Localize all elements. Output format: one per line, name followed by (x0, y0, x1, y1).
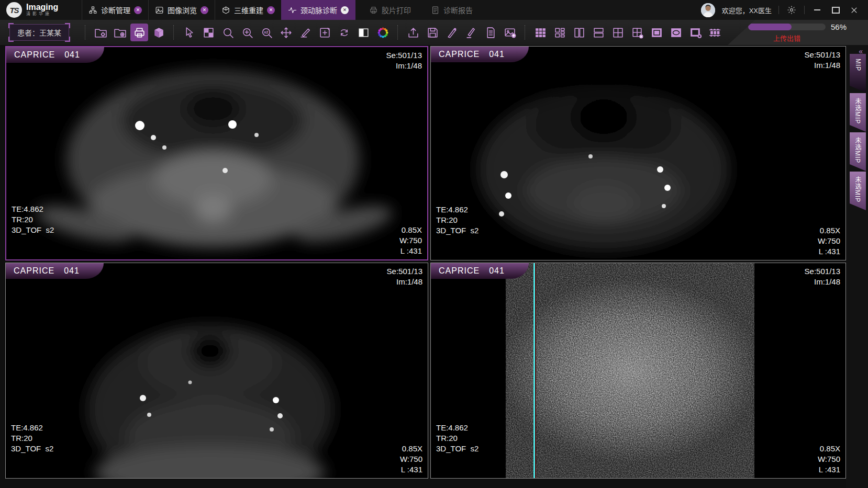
series-info: Se:501/13Im:1/48 (387, 266, 422, 287)
corner-bracket (65, 23, 70, 28)
viewport-2[interactable]: CAPRICE041 Se:501/13Im:1/48 TE:4.862TR:2… (430, 46, 846, 260)
shape-ellipse-icon (670, 26, 683, 39)
measure-button[interactable] (296, 24, 314, 41)
zoom-in-button[interactable] (238, 24, 256, 41)
maximize-button[interactable] (830, 4, 841, 16)
tab-diagnosis-report: 诊断报告 (425, 0, 479, 20)
viewport-4[interactable]: CAPRICE041 Se:501/13Im:1/48 TE:4.862TR:2… (430, 263, 846, 479)
folder-settings-icon (94, 26, 107, 39)
tab-carotid-diagnosis[interactable]: 颈动脉诊断 ✕ (281, 0, 355, 20)
cursor-button[interactable] (180, 24, 198, 41)
app-subtitle: 清影华康 (26, 12, 58, 17)
folder-settings-button[interactable] (92, 24, 109, 41)
image-export-button[interactable] (501, 24, 519, 41)
layout-2col-button[interactable] (570, 24, 588, 41)
printer-icon (369, 6, 378, 15)
close-icon[interactable]: ✕ (267, 6, 275, 14)
tab-3d-reconstruction[interactable]: 三维重建 ✕ (215, 0, 281, 20)
series-info: Se:501/13Im:1/48 (386, 50, 422, 71)
device-name: CAPRICE (439, 50, 480, 59)
svg-text:x2: x2 (264, 30, 268, 35)
image-icon (155, 6, 164, 15)
tab-label: 三维重建 (234, 5, 263, 15)
print-button[interactable] (130, 24, 148, 41)
shape-ellipse-button[interactable] (667, 24, 685, 41)
tab-label: 颈动脉诊断 (301, 5, 337, 15)
viewport-1[interactable]: CAPRICE041 Se:501/13Im:1/48 TE:4.862TR:2… (5, 46, 428, 260)
filmstrip-button[interactable] (706, 24, 724, 41)
sidebar-tab-unselected-mip-3[interactable]: 未选MIP (850, 172, 866, 210)
report-icon (431, 6, 440, 15)
search-button[interactable] (219, 24, 237, 41)
upload-error-text[interactable]: 上传出错 (748, 33, 826, 43)
viewport-3[interactable]: CAPRICE041 Se:501/13Im:1/48 TE:4.862TR:2… (5, 263, 428, 479)
viewport-header: CAPRICE041 (431, 47, 529, 62)
image-export-icon (504, 26, 517, 39)
acquisition-info: TE:4.862TR:203D_TOF s2 (11, 402, 53, 475)
checkerboard-icon (202, 26, 215, 39)
probe-remove-button[interactable] (462, 24, 480, 41)
cursor-icon (183, 26, 196, 39)
contrast-button[interactable] (354, 24, 372, 41)
tab-label: 图像浏览 (168, 5, 197, 15)
tab-image-browse[interactable]: 图像浏览 ✕ (148, 0, 215, 20)
device-name: CAPRICE (439, 266, 480, 275)
close-window-button[interactable] (848, 4, 860, 16)
layout-remove-icon (631, 26, 644, 39)
cube-3d-button[interactable] (150, 24, 168, 41)
sidebar-tab-mip[interactable]: MIP (850, 54, 866, 93)
logo-icon: TS (6, 2, 22, 18)
checkerboard-button[interactable] (199, 24, 217, 41)
layout-tiles-button[interactable] (551, 24, 569, 41)
layout-2x2-button[interactable] (609, 24, 627, 41)
rotate-button[interactable] (335, 24, 353, 41)
shape-rect-button[interactable] (648, 24, 665, 41)
toolbar-separator (397, 25, 398, 40)
shape-rect-remove-button[interactable] (686, 24, 704, 41)
cube-icon (221, 6, 230, 15)
close-icon[interactable]: ✕ (134, 6, 142, 14)
toolbar-separator (85, 25, 86, 40)
folder-add-icon (114, 26, 127, 39)
folder-add-button[interactable] (111, 24, 129, 41)
patient-field[interactable]: 患者：王某某 (9, 24, 69, 41)
report-doc-icon (484, 26, 497, 39)
layout-2row-icon (592, 26, 605, 39)
save-button[interactable] (424, 24, 441, 41)
titlebar: TS Imaging 清影华康 诊断管理 ✕ 图像浏览 ✕ 三维重建 ✕ 颈动脉… (0, 0, 868, 20)
display-info: 0.85XW:750L :431 (818, 225, 840, 257)
roi-add-button[interactable] (316, 24, 333, 41)
probe-remove-icon (465, 26, 478, 39)
tab-diagnosis-management[interactable]: 诊断管理 ✕ (82, 0, 148, 20)
filmstrip-icon (708, 26, 721, 39)
minimize-icon (814, 9, 820, 10)
shape-rect-icon (650, 26, 663, 39)
contrast-icon (357, 26, 370, 39)
user-avatar[interactable] (701, 3, 715, 17)
sidebar-tab-unselected-mip-1[interactable]: 未选MIP (850, 93, 866, 132)
tab-label: 诊断报告 (443, 5, 473, 15)
upload-button[interactable] (404, 24, 422, 41)
shape-rect-remove-icon (689, 26, 702, 39)
sidebar-tab-unselected-mip-2[interactable]: 未选MIP (850, 132, 866, 171)
layout-remove-button[interactable] (628, 24, 646, 41)
viewport-header: CAPRICE041 (431, 263, 529, 279)
probe-button[interactable] (443, 24, 461, 41)
device-number: 041 (489, 266, 505, 275)
close-icon[interactable]: ✕ (201, 6, 208, 14)
settings-gear-icon[interactable] (786, 4, 797, 16)
pan-button[interactable] (277, 24, 295, 41)
device-name: CAPRICE (14, 266, 54, 275)
minimize-button[interactable] (811, 4, 823, 16)
layout-2row-button[interactable] (589, 24, 607, 41)
report-button[interactable] (482, 24, 499, 41)
print-icon (133, 26, 146, 39)
zoom-2x-button[interactable]: x2 (258, 24, 275, 41)
divider (804, 6, 805, 14)
layout-grid-9-button[interactable] (531, 24, 549, 41)
color-wheel-button[interactable] (374, 24, 392, 41)
corner-bracket (8, 23, 14, 28)
toolbar-separator (173, 25, 174, 40)
app-logo: TS Imaging 清影华康 (0, 0, 82, 20)
close-icon[interactable]: ✕ (341, 6, 349, 14)
